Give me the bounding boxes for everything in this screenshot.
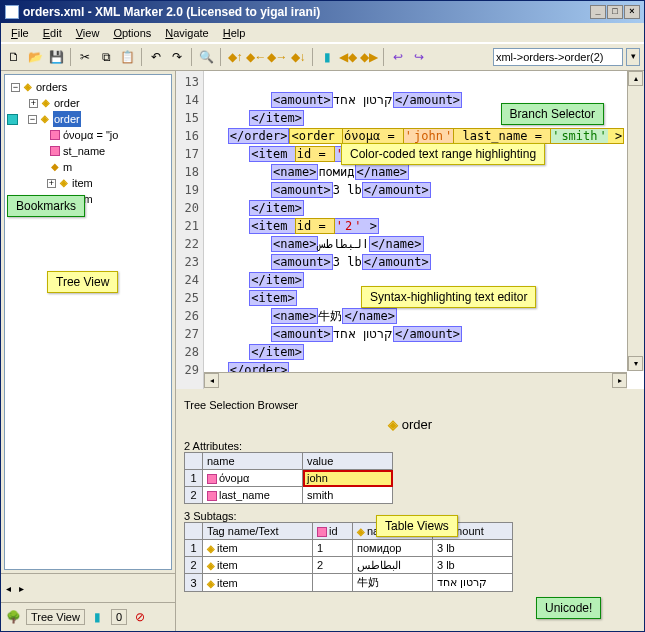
- callout-bookmarks: Bookmarks: [7, 195, 85, 217]
- cut-icon[interactable]: ✂: [76, 48, 94, 66]
- scroll-left-icon[interactable]: ◂: [204, 373, 219, 388]
- save-icon[interactable]: 💾: [47, 48, 65, 66]
- editor-pane: 1314151617181920212223242526272829 <amou…: [176, 71, 644, 393]
- scroll-up-icon[interactable]: ▴: [628, 71, 643, 86]
- status-zero: 0: [111, 609, 127, 625]
- new-icon[interactable]: 🗋: [5, 48, 23, 66]
- branch-selector[interactable]: ▾: [493, 48, 640, 66]
- callout-table-views: Table Views: [376, 515, 458, 537]
- menu-help[interactable]: Help: [217, 25, 252, 41]
- table-row[interactable]: 1όνομαjohn: [185, 470, 393, 487]
- tree-node-item1[interactable]: +◈item: [7, 175, 169, 191]
- nav-next-icon[interactable]: ◆▶: [360, 48, 378, 66]
- menu-navigate[interactable]: Navigate: [159, 25, 214, 41]
- tree-root[interactable]: −◈orders: [7, 79, 169, 95]
- callout-color-highlight: Color-coded text range highlighting: [341, 143, 545, 165]
- copy-icon[interactable]: ⧉: [97, 48, 115, 66]
- tree-node-attr-onoma[interactable]: όνομα = "jo: [7, 127, 169, 143]
- scroll-right-icon[interactable]: ▸: [612, 373, 627, 388]
- editor-vscrollbar[interactable]: ▴ ▾: [627, 71, 644, 371]
- subtags-table: Tag name/Text id ◈name ◈amount 1◈item1по…: [184, 522, 513, 592]
- tsb-title: Tree Selection Browser: [184, 399, 636, 411]
- arrow-left-icon[interactable]: ◂: [4, 583, 13, 594]
- close-button[interactable]: ×: [624, 5, 640, 19]
- tree-node-order2[interactable]: −◈order: [7, 111, 169, 127]
- nav-left-icon[interactable]: ◆←: [247, 48, 265, 66]
- bookmark-status-icon: ▮: [89, 608, 107, 626]
- undo-icon[interactable]: ↶: [147, 48, 165, 66]
- minimize-button[interactable]: _: [590, 5, 606, 19]
- table-row[interactable]: 1◈item1помидор3 lb: [185, 540, 513, 557]
- toolbar: 🗋 📂 💾 ✂ ⧉ 📋 ↶ ↷ 🔍 ◆↑ ◆← ◆→ ◆↓ ▮ ◀◆ ◆▶ ↩ …: [1, 43, 644, 71]
- scroll-down-icon[interactable]: ▾: [628, 356, 643, 371]
- bookmark-set-icon[interactable]: ▮: [318, 48, 336, 66]
- arrow-right-icon[interactable]: ▸: [17, 583, 26, 594]
- dropdown-icon[interactable]: ▾: [626, 48, 640, 66]
- app-icon: [5, 5, 19, 19]
- nav-right-icon[interactable]: ◆→: [268, 48, 286, 66]
- menubar: File Edit View Options Navigate Help: [1, 23, 644, 43]
- tree-panel: −◈orders +◈order −◈order όνομα = "jo st_…: [4, 74, 172, 570]
- tsb-heading: ◈order: [184, 417, 636, 432]
- editor-hscrollbar[interactable]: ◂ ▸: [204, 372, 627, 389]
- callout-unicode: Unicode!: [536, 597, 601, 619]
- callout-tree-view: Tree View: [47, 271, 118, 293]
- open-icon[interactable]: 📂: [26, 48, 44, 66]
- forward-icon[interactable]: ↪: [410, 48, 428, 66]
- nav-prev-icon[interactable]: ◀◆: [339, 48, 357, 66]
- menu-options[interactable]: Options: [107, 25, 157, 41]
- redo-icon[interactable]: ↷: [168, 48, 186, 66]
- table-row[interactable]: 2last_namesmith: [185, 487, 393, 504]
- attributes-table: namevalue 1όνομαjohn 2last_namesmith: [184, 452, 393, 504]
- left-statusbar: ◂ ▸ 🌳 Tree View ▮ 0 ⊘: [1, 573, 175, 631]
- tree-node-m[interactable]: ◆m: [7, 159, 169, 175]
- paste-icon[interactable]: 📋: [118, 48, 136, 66]
- tree-node-order1[interactable]: +◈order: [7, 95, 169, 111]
- attributes-label: 2 Attributes:: [184, 440, 636, 452]
- status-tree-view: Tree View: [26, 609, 85, 625]
- branch-selector-input[interactable]: [493, 48, 623, 66]
- tree-icon[interactable]: 🌳: [4, 608, 22, 626]
- callout-branch-selector: Branch Selector: [501, 103, 604, 125]
- find-icon[interactable]: 🔍: [197, 48, 215, 66]
- line-gutter: 1314151617181920212223242526272829: [176, 71, 204, 389]
- window-title: orders.xml - XML Marker 2.0 (Licensed to…: [23, 5, 320, 19]
- error-icon[interactable]: ⊘: [131, 608, 149, 626]
- nav-down-icon[interactable]: ◆↓: [289, 48, 307, 66]
- menu-edit[interactable]: Edit: [37, 25, 68, 41]
- menu-view[interactable]: View: [70, 25, 106, 41]
- bookmark-icon: [7, 114, 18, 125]
- back-icon[interactable]: ↩: [389, 48, 407, 66]
- titlebar[interactable]: orders.xml - XML Marker 2.0 (Licensed to…: [1, 1, 644, 23]
- table-row[interactable]: 3◈item牛奶קרטון אחד: [185, 574, 513, 592]
- maximize-button[interactable]: □: [607, 5, 623, 19]
- menu-file[interactable]: File: [5, 25, 35, 41]
- table-row[interactable]: 2◈item2البطاطس3 lb: [185, 557, 513, 574]
- tree-selection-browser: Tree Selection Browser ◈order 2 Attribut…: [176, 393, 644, 631]
- callout-syntax-editor: Syntax-highlighting text editor: [361, 286, 536, 308]
- nav-up-icon[interactable]: ◆↑: [226, 48, 244, 66]
- tree-node-attr-lastname[interactable]: st_name: [7, 143, 169, 159]
- order-icon: ◈: [388, 417, 398, 432]
